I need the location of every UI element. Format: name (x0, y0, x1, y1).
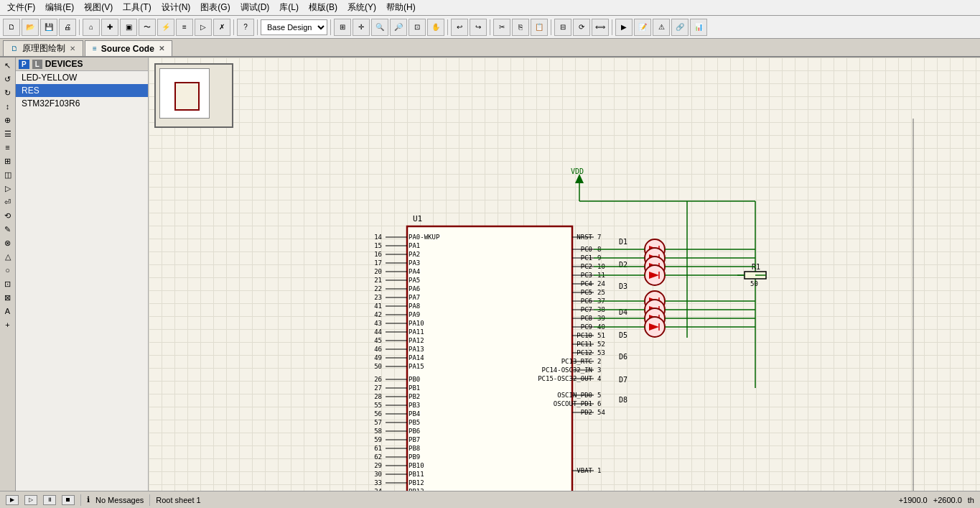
noconn-button[interactable]: ✗ (213, 19, 230, 36)
tab-schematic[interactable]: 🗋 原理图绘制 ✕ (3, 40, 83, 56)
tab-schematic-close[interactable]: ✕ (70, 45, 75, 52)
add-component-tool[interactable]: ⊕ (1, 114, 14, 126)
svg-text:22: 22 (374, 285, 382, 292)
tab-source-close[interactable]: ✕ (159, 45, 164, 52)
svg-text:PB9: PB9 (409, 453, 420, 461)
home-button[interactable]: ⌂ (83, 19, 100, 36)
new-button[interactable]: 🗋 (3, 19, 20, 36)
draw-tool[interactable]: ✎ (1, 223, 14, 236)
svg-text:VBAT: VBAT (577, 467, 592, 474)
step-button[interactable]: ▷ (24, 495, 37, 505)
menu-graph[interactable]: 图表(G) (196, 0, 234, 15)
undo-button[interactable]: ↩ (451, 19, 468, 36)
svg-text:15: 15 (374, 242, 382, 249)
toolbar-sep-8 (612, 19, 612, 35)
menu-design[interactable]: 设计(N) (157, 0, 195, 15)
netport-button[interactable]: ▷ (195, 19, 212, 36)
badge-p: P (19, 60, 29, 69)
device-res[interactable]: RES (16, 84, 148, 97)
paste-button[interactable]: 📋 (531, 19, 548, 36)
flip-tool[interactable]: ↕ (1, 100, 14, 113)
pin-tool[interactable]: ⊞ (1, 154, 14, 167)
cursor-button[interactable]: ✛ (353, 19, 370, 36)
menu-debug[interactable]: 调试(D) (236, 0, 274, 15)
svg-text:PA3: PA3 (409, 259, 420, 267)
wire-tool[interactable]: ☰ (1, 127, 14, 140)
menu-template[interactable]: 模版(B) (304, 0, 342, 15)
svg-text:PC4: PC4 (581, 280, 592, 287)
port-tool[interactable]: ◫ (1, 168, 14, 181)
help-button[interactable]: ? (237, 19, 254, 36)
schematic-svg: U1 STM32F103R6 14 PA0-WKUP 15 PA1 16 PA2… (149, 57, 980, 491)
align-button[interactable]: ⊟ (554, 19, 571, 36)
rotate-button[interactable]: ⟳ (573, 19, 590, 36)
menu-file[interactable]: 文件(F) (3, 0, 39, 15)
wire-button[interactable]: 〜 (139, 19, 156, 36)
grid-button[interactable]: ⊞ (334, 19, 351, 36)
menu-edit[interactable]: 编辑(E) (41, 0, 78, 15)
cut-button[interactable]: ✂ (493, 19, 510, 36)
label-tool[interactable]: ⏎ (1, 195, 14, 208)
add-button[interactable]: ✚ (101, 19, 118, 36)
zoom-out-button[interactable]: 🔎 (390, 19, 407, 36)
rotate-cw-tool[interactable]: ↺ (1, 73, 14, 86)
svg-text:44: 44 (374, 328, 382, 336)
zoom-in-button[interactable]: 🔍 (371, 19, 388, 36)
svg-text:53: 53 (597, 349, 605, 356)
pan-button[interactable]: ✋ (427, 19, 444, 36)
toolbar-sep-2 (233, 19, 234, 35)
rotate-ccw-tool[interactable]: ↻ (1, 86, 14, 99)
menu-library[interactable]: 库(L) (275, 0, 303, 15)
save-button[interactable]: 💾 (40, 19, 57, 36)
badge-l: L (32, 60, 42, 69)
tab-source-code[interactable]: ≡ Source Code ✕ (85, 40, 172, 56)
design-dropdown[interactable]: Base Design (261, 19, 327, 35)
stop-button[interactable]: ⏹ (62, 495, 75, 505)
rect-tool[interactable]: ⊡ (1, 277, 14, 290)
annotate-button[interactable]: 📝 (634, 19, 651, 36)
circle-tool[interactable]: ○ (1, 264, 14, 277)
svg-text:PB3: PB3 (409, 402, 420, 409)
text-tool[interactable]: A (1, 305, 14, 318)
menu-help[interactable]: 帮助(H) (382, 0, 420, 15)
menu-tools[interactable]: 工具(T) (118, 0, 155, 15)
select-tool[interactable]: ↖ (1, 59, 14, 72)
svg-text:50: 50 (750, 280, 758, 287)
sidebar-header: P L DEVICES (16, 57, 148, 71)
simulate-button[interactable]: ▶ (615, 19, 633, 36)
netlist-button[interactable]: 🔗 (671, 19, 689, 36)
svg-text:PC6: PC6 (581, 297, 592, 305)
chip-body (407, 226, 572, 491)
device-stm32[interactable]: STM32F103R6 (16, 97, 148, 110)
add-point-tool[interactable]: + (1, 318, 14, 331)
fit-button[interactable]: ⊡ (409, 19, 426, 36)
play-button[interactable]: ▶ (6, 495, 19, 505)
redo-button[interactable]: ↪ (470, 19, 487, 36)
device-led-yellow[interactable]: LED-YELLOW (16, 71, 148, 84)
cross-tool[interactable]: ⊗ (1, 236, 14, 249)
erc-button[interactable]: ⚠ (653, 19, 670, 36)
poly-tool[interactable]: ⊠ (1, 291, 14, 304)
toolbar-sep-6 (490, 19, 490, 35)
menu-system[interactable]: 系统(Y) (343, 0, 381, 15)
bom-button[interactable]: 📊 (690, 19, 707, 36)
bus-tool[interactable]: ≡ (1, 141, 14, 154)
open-button[interactable]: 📂 (22, 19, 39, 36)
triangle-tool[interactable]: △ (1, 250, 14, 263)
mirror-button[interactable]: ⟺ (592, 19, 609, 36)
power-button[interactable]: ⚡ (157, 19, 174, 36)
print-button[interactable]: 🖨 (59, 19, 76, 36)
copy-button[interactable]: ⎘ (512, 19, 529, 36)
component-button[interactable]: ▣ (120, 19, 137, 36)
noconn-tool[interactable]: ⟲ (1, 209, 14, 222)
chip-u1-label: U1 (413, 214, 422, 223)
canvas-area[interactable]: U1 STM32F103R6 14 PA0-WKUP 15 PA1 16 PA2… (149, 57, 980, 491)
svg-text:NRST: NRST (577, 234, 592, 241)
bus-button[interactable]: ≡ (176, 19, 193, 36)
sidebar-title: DEVICES (45, 59, 83, 69)
svg-text:55: 55 (374, 402, 382, 409)
sidebar: P L DEVICES LED-YELLOW RES STM32F103R6 (16, 57, 149, 491)
pause-button[interactable]: ⏸ (43, 495, 56, 505)
menu-view[interactable]: 视图(V) (80, 0, 117, 15)
junction-tool[interactable]: ▷ (1, 182, 14, 195)
